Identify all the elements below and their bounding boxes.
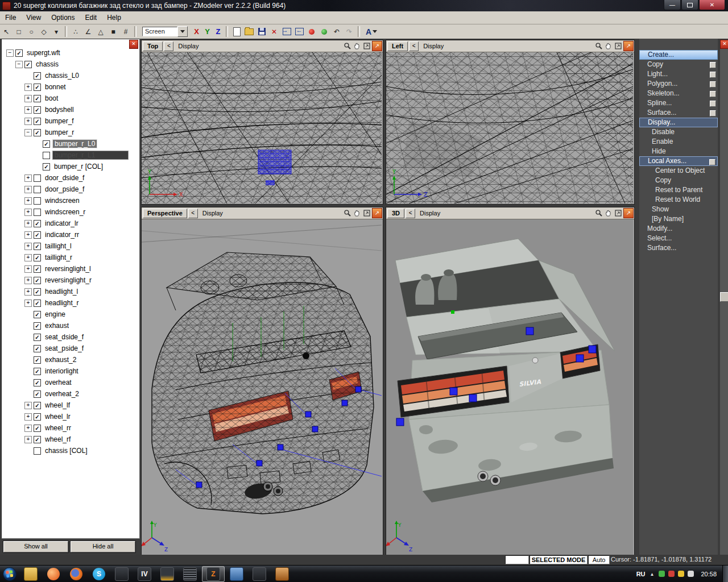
hide-all-button[interactable]: Hide all [71,541,135,552]
tree-label[interactable]: overheat_2 [43,390,81,398]
tree-item-engine[interactable]: ✓engine [2,309,139,320]
tree-item-supergt-wft[interactable]: −✓supergt.wft [2,47,139,59]
pan-icon[interactable] [604,41,613,51]
tree-item-wheel-rr[interactable]: +✓wheel_rr [2,422,139,434]
tree-expander-icon[interactable]: + [24,231,32,239]
zoom-icon[interactable] [594,41,603,51]
tree-item-chassis-l0[interactable]: ✓chassis_L0 [2,70,139,81]
tree-checkbox[interactable]: ✓ [43,163,50,171]
command-disable[interactable]: Disable [639,127,718,137]
tree-expander-icon[interactable]: + [24,436,32,443]
tray-app-yellow-icon[interactable] [678,571,684,577]
open-file-icon[interactable] [243,26,255,38]
start-button[interactable] [0,566,19,582]
tree-item-bodyshell[interactable]: +✓bodyshell [2,104,139,115]
pin-icon[interactable] [710,101,716,107]
tree-checkbox[interactable] [34,447,41,455]
tree-expander-icon[interactable]: − [24,129,32,136]
tree-expander-icon[interactable]: + [24,95,32,102]
tree-item-windscreen-r[interactable]: +windscreen_r [2,206,139,218]
plugins-icon[interactable] [318,26,330,38]
wireframe-scene-left[interactable]: Z Y [386,52,633,203]
select-options-icon[interactable]: ▾ [51,26,62,38]
tree-label[interactable]: seat_dside_f [43,333,85,341]
face-mode-icon[interactable]: △ [95,26,106,38]
tree-item-door-dside-f[interactable]: +door_dside_f [2,172,139,184]
fit-view-icon[interactable] [362,41,371,51]
tree-item-bumper-r-l1[interactable]: bumper_r_L1 [2,149,139,161]
tree-label[interactable]: indicator_lr [43,219,80,227]
tree-label[interactable]: indicator_rr [43,231,81,239]
delete-icon[interactable]: ✕ [268,26,280,38]
tree-label[interactable]: bodyshell [43,106,76,114]
viewport-nav-button[interactable]: < [406,209,415,218]
tree-checkbox[interactable]: ✓ [34,356,41,364]
tree-item-reversinglight-l[interactable]: +✓reversinglight_l [2,263,139,275]
tree-expander-icon[interactable]: + [24,425,32,432]
tree-panel-close-icon[interactable]: ✕ [129,40,138,49]
viewport-display-menu[interactable]: Display [200,210,226,217]
tree-label[interactable]: windscreen_r [43,208,87,216]
zoom-icon[interactable] [594,209,603,218]
tree-checkbox[interactable] [34,209,41,216]
winamp-taskbar-icon[interactable] [271,567,293,581]
uv-mode-icon[interactable]: # [120,26,131,38]
record-icon[interactable] [306,26,317,38]
tree-checkbox[interactable]: ✓ [34,425,41,432]
tree-item-wheel-rf[interactable]: +✓wheel_rf [2,434,139,445]
minimize-button[interactable]: — [664,0,681,10]
tree-expander-icon[interactable]: + [24,197,32,205]
skype-taskbar-icon[interactable]: S [88,567,110,581]
tree-item-overheat-2[interactable]: ✓overheat_2 [2,388,139,400]
tree-label[interactable]: chassis [34,60,60,68]
command-select[interactable]: Select... [639,234,718,243]
tree-checkbox[interactable]: ✓ [34,231,41,239]
combo-dropdown-icon[interactable] [177,26,188,37]
tree-checkbox[interactable]: ✓ [34,95,41,102]
tree-item-headlight-l[interactable]: +✓headlight_l [2,286,139,297]
tree-checkbox[interactable] [43,152,50,159]
tree-item-windscreen[interactable]: +windscreen [2,195,139,206]
command-reset-to-world[interactable]: Reset to World [639,195,718,205]
tree-item-bumper-r-l0[interactable]: ✓bumper_r_L0 [2,138,139,149]
firefox-taskbar-icon[interactable] [65,567,87,581]
utility-taskbar-icon[interactable] [111,567,133,581]
viewport-top-tab[interactable]: Top [143,41,163,51]
tree-item-seat-pside-f[interactable]: ✓seat_pside_f [2,343,139,354]
viewport-3d-tab[interactable]: 3D [387,209,404,218]
tree-label[interactable]: windscreen [43,197,81,205]
status-auto-toggle[interactable]: Auto [588,555,610,564]
pin-icon[interactable] [710,110,716,117]
export-icon[interactable] [293,26,305,38]
tree-checkbox[interactable]: ✓ [34,300,41,307]
tree-checkbox[interactable]: ✓ [34,413,41,421]
select-poly-icon[interactable]: ◇ [38,26,49,38]
command-reset-to-parent[interactable]: Reset to Parent [639,185,718,195]
tree-expander-icon[interactable]: + [24,254,32,261]
tree-expander-icon[interactable]: + [24,413,32,421]
tree-item-bumper-r-col[interactable]: ✓bumper_r [COL] [2,161,139,172]
select-circle-icon[interactable]: ○ [26,26,37,38]
tree-checkbox[interactable]: ✓ [34,436,41,443]
menu-view[interactable]: View [21,11,46,24]
viewport-display-menu[interactable]: Display [420,43,446,49]
axis-z-toggle[interactable]: Z [213,26,223,38]
tree-label[interactable]: taillight_r [43,253,74,261]
menu-edit[interactable]: Edit [80,11,102,24]
explorer-taskbar-icon[interactable] [20,567,42,581]
viewport-perspective-tab[interactable]: Perspective [143,209,187,218]
tree-label[interactable]: exhaust_2 [43,356,78,364]
save-file-icon[interactable] [256,26,267,38]
tree-checkbox[interactable]: ✓ [34,72,41,80]
tree-checkbox[interactable]: ✓ [34,277,41,284]
tree-item-exhaust[interactable]: ✓exhaust [2,320,139,331]
fit-view-icon[interactable] [362,209,371,218]
tree-label[interactable]: bumper_r_L1 [52,151,129,160]
tree-label[interactable]: boot [43,94,60,102]
tree-checkbox[interactable]: ✓ [34,322,41,330]
tree-item-interiorlight[interactable]: ✓interiorlight [2,365,139,377]
command-surface[interactable]: Surface... [639,243,718,253]
viewport-display-menu[interactable]: Display [175,43,201,49]
clock[interactable]: 20:58 [701,571,717,577]
tree-item-exhaust-2[interactable]: ✓exhaust_2 [2,354,139,365]
